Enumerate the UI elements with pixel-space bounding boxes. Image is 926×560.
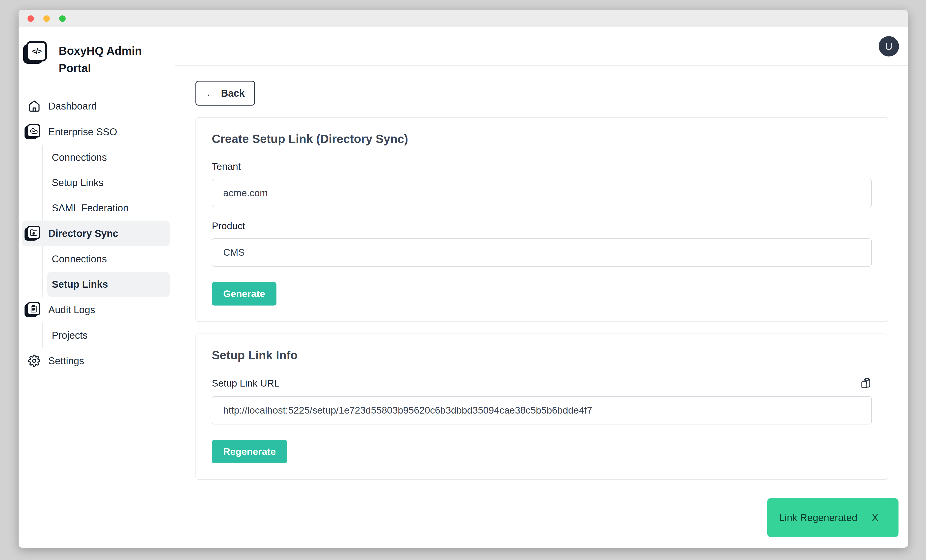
brand-title: BoxyHQ Admin Portal [59, 41, 148, 77]
setup-link-url-field: Setup Link URL http: [212, 377, 872, 424]
sidebar-item-sso-setup-links[interactable]: Setup Links [47, 170, 170, 195]
setup-link-url-input[interactable]: http://localhost:5225/setup/1e723d55803b… [212, 396, 872, 424]
sidebar-subnav-directory-sync: Connections Setup Links [42, 246, 170, 297]
sidebar-item-settings[interactable]: Settings [22, 348, 170, 374]
home-icon [27, 100, 42, 112]
sidebar-subnav-audit-logs: Projects [42, 322, 170, 348]
sidebar-item-directory-sync[interactable]: Directory Sync [22, 221, 170, 246]
clipboard-keycap-icon [27, 302, 42, 318]
back-button[interactable]: ← Back [195, 81, 255, 106]
page-content: ← Back Create Setup Link (Directory Sync… [175, 66, 908, 548]
app-window: </> BoxyHQ Admin Portal Dashboard [18, 10, 908, 548]
sidebar-item-projects[interactable]: Projects [47, 322, 170, 348]
sidebar-item-label: Enterprise SSO [48, 126, 117, 138]
sidebar-item-label: Dashboard [48, 101, 97, 112]
sidebar-item-dsync-setup-links[interactable]: Setup Links [47, 272, 170, 297]
setup-link-url-label: Setup Link URL [212, 378, 280, 389]
minimize-window-button[interactable] [43, 15, 50, 22]
setup-link-info-card: Setup Link Info Setup Link URL [195, 333, 888, 480]
sidebar-item-label: Settings [48, 355, 84, 366]
product-input[interactable]: CMS [212, 238, 872, 266]
zoom-window-button[interactable] [59, 15, 66, 22]
product-label: Product [212, 221, 872, 232]
main-area: U ← Back Create Setup Link (Directory Sy… [175, 27, 908, 548]
tenant-input[interactable]: acme.com [212, 179, 872, 207]
avatar[interactable]: U [879, 36, 899, 56]
sidebar-item-label: Audit Logs [48, 304, 95, 315]
toast-close-button[interactable]: X [872, 512, 878, 523]
card-title: Setup Link Info [212, 348, 872, 362]
sidebar-item-label: Directory Sync [48, 228, 118, 239]
gear-icon [27, 354, 42, 367]
close-window-button[interactable] [27, 15, 34, 22]
toast-message: Link Regenerated [779, 512, 857, 523]
card-title: Create Setup Link (Directory Sync) [212, 132, 872, 146]
window-titlebar [18, 10, 908, 27]
regenerate-button[interactable]: Regenerate [212, 440, 287, 463]
copy-icon[interactable] [860, 377, 872, 389]
sidebar: </> BoxyHQ Admin Portal Dashboard [18, 27, 175, 548]
sidebar-item-saml-federation[interactable]: SAML Federation [47, 195, 170, 221]
toast-link-regenerated: Link Regenerated X [767, 498, 899, 537]
cloud-key-keycap-icon [27, 124, 42, 139]
top-header: U [175, 27, 908, 66]
sidebar-item-audit-logs[interactable]: Audit Logs [22, 297, 170, 322]
sidebar-item-dsync-connections[interactable]: Connections [47, 246, 170, 272]
tenant-field: Tenant acme.com [212, 161, 872, 207]
brand[interactable]: </> BoxyHQ Admin Portal [22, 41, 170, 77]
create-setup-link-card: Create Setup Link (Directory Sync) Tenan… [195, 117, 888, 322]
folder-sync-keycap-icon [27, 226, 42, 241]
code-keycap-icon: </> [26, 41, 50, 65]
sidebar-item-enterprise-sso[interactable]: Enterprise SSO [22, 119, 170, 145]
generate-button[interactable]: Generate [212, 282, 277, 306]
sidebar-item-sso-connections[interactable]: Connections [47, 145, 170, 170]
product-field: Product CMS [212, 221, 872, 266]
arrow-left-icon: ← [206, 88, 216, 98]
tenant-label: Tenant [212, 161, 872, 172]
sidebar-item-dashboard[interactable]: Dashboard [22, 93, 170, 119]
sidebar-subnav-enterprise-sso: Connections Setup Links SAML Federation [42, 145, 170, 221]
